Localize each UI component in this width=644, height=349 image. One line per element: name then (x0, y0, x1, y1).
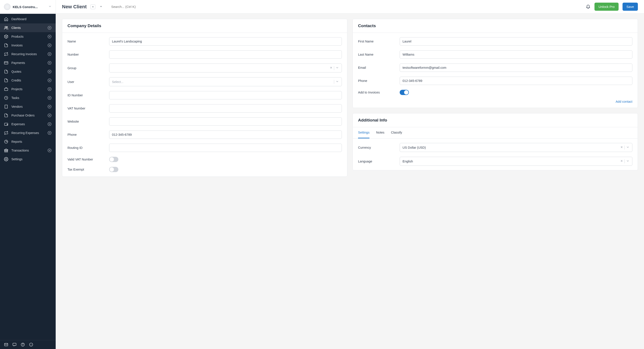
idnumber-input[interactable] (109, 91, 342, 99)
plus-circle-icon[interactable] (47, 26, 52, 30)
addtoinvoices-toggle[interactable] (400, 90, 409, 95)
contacts-heading: Contacts (353, 19, 638, 33)
sidebar-item-label: Recurring Invoices (12, 52, 44, 56)
sidebar-item-transactions[interactable]: Transactions (0, 146, 56, 155)
clear-icon[interactable] (330, 66, 333, 70)
lastname-input[interactable] (400, 50, 632, 59)
sidebar-item-label: Reports (12, 140, 52, 143)
chevron-down-icon (336, 66, 339, 70)
search-input[interactable] (111, 5, 177, 8)
vat-label: VAT Number (68, 107, 105, 110)
sidebar-item-tasks[interactable]: Tasks (0, 93, 56, 102)
sidebar-item-payments[interactable]: Payments (0, 58, 56, 67)
email-input[interactable] (400, 63, 632, 72)
currency-label: Currency (358, 146, 395, 149)
user-label: User (68, 80, 105, 84)
language-select[interactable]: English (400, 157, 632, 166)
sidebar-item-label: Credits (12, 79, 44, 82)
chat-icon[interactable] (12, 343, 17, 347)
users-icon (4, 26, 8, 30)
plus-circle-icon[interactable] (47, 148, 52, 153)
plus-circle-icon[interactable] (47, 52, 52, 56)
sidebar-item-label: Dashboard (12, 17, 52, 21)
add-contact-link[interactable]: Add contact (358, 100, 632, 103)
sidebar-item-purchase-orders[interactable]: Purchase Orders (0, 111, 56, 120)
phone-input[interactable] (109, 130, 342, 139)
sidebar-item-credits[interactable]: Credits (0, 76, 56, 85)
contact-phone-input[interactable] (400, 77, 632, 85)
firstname-label: First Name (358, 40, 395, 43)
tab-settings[interactable]: Settings (358, 127, 370, 138)
sidebar-item-dashboard[interactable]: Dashboard (0, 15, 56, 23)
plus-circle-icon[interactable] (47, 113, 52, 118)
sidebar-item-projects[interactable]: Projects (0, 85, 56, 93)
group-select[interactable] (109, 63, 342, 72)
taxexempt-label: Tax Exempt (68, 168, 105, 171)
user-placeholder: Select... (112, 80, 332, 84)
new-menu-button[interactable] (90, 4, 95, 9)
plus-circle-icon[interactable] (47, 69, 52, 74)
taxexempt-toggle[interactable] (109, 167, 118, 172)
tab-notes[interactable]: Notes (376, 127, 384, 138)
plus-circle-icon[interactable] (47, 43, 52, 47)
sidebar-item-recurring-invoices[interactable]: Recurring Invoices (0, 50, 56, 58)
tab-classify[interactable]: Classify (391, 127, 402, 138)
svg-point-62 (6, 159, 7, 160)
file-icon (4, 43, 8, 47)
clock-icon (4, 96, 8, 100)
sidebar-nav: DashboardClientsProductsInvoicesRecurrin… (0, 14, 56, 340)
routing-input[interactable] (109, 144, 342, 152)
svg-rect-64 (13, 343, 16, 346)
plus-circle-icon[interactable] (47, 61, 52, 65)
file2-icon (4, 69, 8, 74)
new-menu-chevron[interactable] (99, 5, 103, 9)
sidebar-item-expenses[interactable]: Expenses (0, 120, 56, 128)
plus-circle-icon[interactable] (47, 104, 52, 109)
clear-icon[interactable] (620, 146, 623, 149)
number-input[interactable] (109, 50, 342, 59)
contact-phone-label: Phone (358, 79, 395, 82)
help-icon[interactable] (20, 343, 25, 347)
sidebar-item-invoices[interactable]: Invoices (0, 41, 56, 50)
search-container (107, 5, 582, 9)
firstname-input[interactable] (400, 37, 632, 45)
page-title: New Client (62, 4, 86, 10)
currency-value: US Dollar (USD) (402, 146, 618, 149)
sidebar-item-reports[interactable]: Reports (0, 137, 56, 146)
plus-circle-icon[interactable] (47, 34, 52, 39)
currency-select[interactable]: US Dollar (USD) (400, 143, 632, 152)
clear-icon[interactable] (620, 159, 623, 163)
save-button[interactable]: Save (622, 3, 638, 11)
routing-label: Routing ID (68, 146, 105, 150)
company-details-card: Company Details Name Number Group (62, 19, 347, 177)
chevron-down-icon (626, 145, 630, 150)
vat-input[interactable] (109, 104, 342, 112)
sidebar-item-quotes[interactable]: Quotes (0, 67, 56, 76)
org-switcher[interactable]: KELS Constru... (0, 0, 56, 14)
bank-icon (4, 148, 8, 153)
email-label: Email (358, 66, 395, 69)
validvat-toggle[interactable] (109, 157, 118, 162)
sidebar-item-label: Payments (12, 61, 44, 65)
sidebar-item-products[interactable]: Products (0, 32, 56, 41)
group-label: Group (68, 66, 105, 70)
plus-circle-icon[interactable] (47, 122, 52, 126)
sidebar-item-settings[interactable]: Settings (0, 155, 56, 164)
sidebar-item-clients[interactable]: Clients (0, 23, 56, 32)
plus-circle-icon[interactable] (47, 87, 52, 91)
pie-icon (4, 139, 8, 144)
svg-rect-26 (4, 88, 8, 91)
plus-circle-icon[interactable] (47, 131, 52, 135)
website-input[interactable] (109, 117, 342, 126)
bell-icon[interactable] (586, 4, 590, 10)
mail-icon[interactable] (4, 343, 8, 347)
sidebar-item-vendors[interactable]: Vendors (0, 102, 56, 111)
user-select[interactable]: Select... (109, 77, 342, 86)
box-icon (4, 34, 8, 39)
sidebar-item-recurring-expenses[interactable]: Recurring Expenses (0, 128, 56, 137)
unlock-pro-button[interactable]: Unlock Pro (594, 3, 618, 11)
info-icon[interactable] (29, 343, 33, 347)
plus-circle-icon[interactable] (47, 78, 52, 82)
name-input[interactable] (109, 37, 342, 45)
plus-circle-icon[interactable] (47, 96, 52, 100)
